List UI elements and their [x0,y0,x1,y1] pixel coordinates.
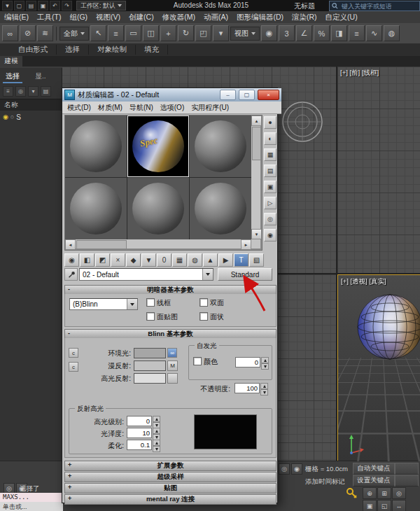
close-button[interactable]: × [258,90,279,100]
sample-slot-1[interactable] [65,115,127,177]
field-of-view-icon[interactable]: ◱ [377,500,391,511]
opacity-spinner[interactable] [260,383,268,396]
ribbon-tab[interactable]: 对象绘制 [89,45,136,55]
viewport-perspective-label[interactable]: [+] [透视] [真实] [341,277,386,286]
application-button-icon[interactable]: ▼ [2,1,13,10]
lock-diffuse-specular-toggle-icon[interactable]: c [69,362,78,372]
zoom-all-icon[interactable]: ⊞ [377,487,391,499]
search-input[interactable] [340,2,417,10]
infocenter-search[interactable] [329,1,420,11]
ambient-color-swatch[interactable] [134,348,166,358]
zoom-extents-all-icon[interactable]: ▣ [363,500,377,511]
select-object-icon[interactable]: ↖ [90,25,106,41]
menu-item[interactable]: 导航(N) [127,103,156,113]
explorer-name-column-header[interactable]: 名称 [0,99,66,111]
unlink-selection-icon[interactable]: ⊘ [20,25,36,41]
specular-level-spinner[interactable] [153,416,160,428]
use-pivot-center-icon[interactable]: ◉ [261,25,277,41]
material-map-navigator-icon[interactable]: T [234,253,248,267]
scroll-down-icon[interactable]: ▼ [251,229,262,239]
go-forward-to-sibling-icon[interactable]: ▶ [218,253,233,267]
diffuse-map-button[interactable]: M [167,360,178,371]
menu-item[interactable]: 工具(T) [33,13,65,22]
sample-slot-5[interactable] [127,178,189,239]
menu-item[interactable]: 创建(C) [125,13,158,22]
explorer-settings-icon[interactable]: ▤ [41,86,51,97]
material-editor-titlebar[interactable]: M 材质编辑器 - 02 - Default – ▢ × [62,88,281,102]
chevron-down-icon[interactable] [202,269,213,280]
samples-vertical-scrollbar[interactable]: ▲ ▼ [251,115,260,239]
scroll-right-icon[interactable]: ► [241,239,251,250]
shader-type-dropdown[interactable]: (B)Blinn [69,298,138,310]
menu-item[interactable]: 自定义(U) [321,13,362,22]
sample-type-icon[interactable]: ● [264,116,276,129]
wire-checkbox[interactable] [146,298,155,307]
two-sided-checkbox[interactable] [200,298,208,307]
menu-item[interactable]: 修改器(M) [158,13,200,22]
rollout-header-collapsed[interactable]: + 超级采样 [64,472,276,482]
lock-ambient-diffuse-icon[interactable]: ∞ [167,348,177,358]
material-options-icon[interactable]: ◎ [264,213,276,225]
minimize-button[interactable]: – [220,90,236,100]
menu-item[interactable]: 材质(M) [95,103,125,113]
face-map-checkbox[interactable] [146,312,155,321]
viewport-front-label[interactable]: [+] [前] [线框] [340,69,379,78]
snap-toggle-icon[interactable]: 3 [279,25,295,41]
glossiness-field[interactable]: 10 [127,428,152,438]
new-scene-icon[interactable]: ▢ [14,1,24,10]
put-material-to-scene-icon[interactable]: ◧ [80,253,94,267]
rectangular-selection-region-icon[interactable]: ▭ [125,25,141,41]
soften-field[interactable]: 0.1 [127,440,152,450]
soften-spinner[interactable] [153,440,160,452]
specular-color-swatch[interactable] [134,373,166,384]
set-keys-key-icon[interactable] [346,487,358,500]
editor-options-icon[interactable]: ▧ [249,253,264,267]
add-time-tag[interactable]: 添加时间标记 [305,477,345,486]
isolate-selection-toggle-icon[interactable]: ◎ [279,463,290,475]
viewport-divider-vertical[interactable] [336,66,337,461]
backlight-icon[interactable]: ◐ [264,132,276,145]
ribbon-tab[interactable]: 选择 [57,45,89,55]
pan-view-icon[interactable]: ↔ [392,500,406,511]
auto-key-button[interactable]: 自动关键点 [353,463,395,475]
selection-filter-dropdown[interactable]: 全部 [59,27,89,41]
glossiness-spinner[interactable] [153,428,160,440]
specular-map-button[interactable] [167,373,178,384]
explorer-tab-select[interactable]: 选择 [3,71,22,83]
rollout-header-collapsed[interactable]: + mental ray 连接 [64,494,276,505]
go-to-parent-icon[interactable]: ▲ [203,253,218,267]
render-setup-icon[interactable]: ◍ [384,25,400,41]
chevron-down-icon[interactable] [127,299,137,309]
specular-level-field[interactable]: 0 [127,416,152,426]
self-illum-value-field[interactable]: 0 [235,357,260,368]
align-icon[interactable]: ≡ [349,25,365,41]
material-type-button[interactable]: Standard [218,268,272,281]
ribbon-tab[interactable]: 填充 [136,45,168,55]
selection-lock-toggle-icon[interactable]: ◉ [291,463,302,475]
maxscript-mini-listener-macro-row[interactable]: MAXS... [0,493,63,502]
scroll-up-icon[interactable]: ▲ [251,115,262,126]
menu-item[interactable]: 编辑(E) [0,13,33,22]
show-map-in-viewport-icon[interactable]: ▦ [172,253,187,267]
rollout-header-collapsed[interactable]: + 扩展参数 [64,461,276,471]
select-and-move-icon[interactable]: + [160,25,176,41]
save-scene-icon[interactable]: ▣ [38,1,48,10]
undo-icon[interactable]: ↶ [50,1,60,10]
explorer-search-icon[interactable]: ◎ [15,86,26,97]
background-icon[interactable]: ▦ [264,148,276,161]
status-stub-button[interactable] [395,475,419,486]
sample-slot-4[interactable] [65,178,127,239]
zoom-icon[interactable]: ⊕ [363,487,377,499]
assign-material-to-selection-icon[interactable]: ◩ [95,253,110,267]
put-to-library-icon[interactable]: ▼ [141,253,156,267]
sample-uv-tiling-icon[interactable]: ▤ [264,164,276,177]
show-end-result-icon[interactable]: ◍ [188,253,202,267]
material-name-dropdown[interactable]: 02 - Default [79,268,214,281]
window-crossing-icon[interactable]: ◫ [143,25,159,41]
set-key-button[interactable]: 设置关键点 [353,475,395,486]
make-preview-icon[interactable]: ▷ [264,197,276,209]
select-by-material-icon[interactable]: ◉ [264,229,276,241]
get-material-icon[interactable]: ◉ [64,253,79,267]
pick-material-from-object-button[interactable] [64,268,78,281]
zoom-extents-icon[interactable]: ◎ [392,487,406,499]
